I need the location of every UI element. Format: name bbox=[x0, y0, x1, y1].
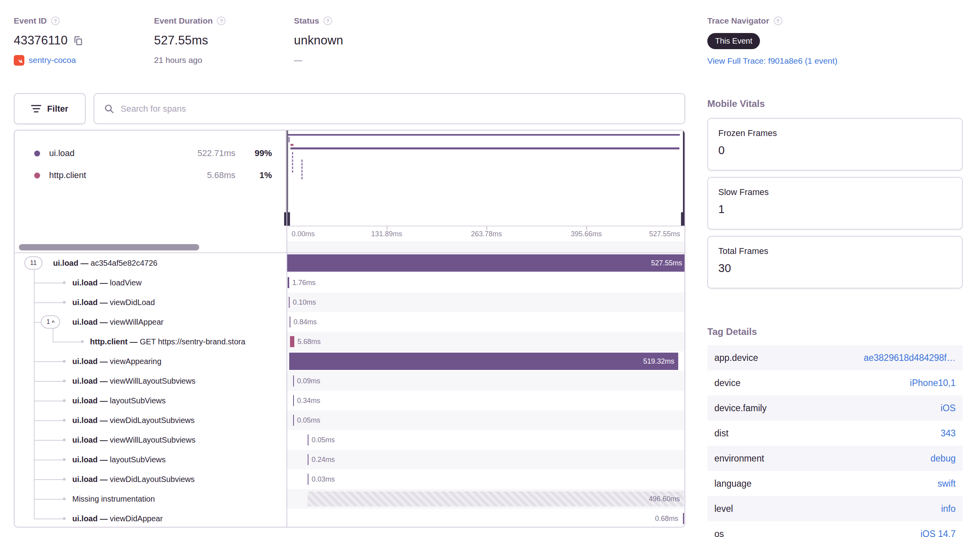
span-tree-row-label[interactable]: ui.load — layoutSubViews bbox=[15, 450, 287, 469]
help-icon[interactable]: ? bbox=[217, 17, 226, 25]
tree-bars-divider[interactable] bbox=[286, 131, 287, 527]
span-duration-bar[interactable] bbox=[288, 277, 289, 288]
span-tree-row-label[interactable]: ui.load — layoutSubViews bbox=[15, 391, 287, 410]
minimap-right-drag-handle[interactable] bbox=[683, 131, 685, 226]
span-tree-row[interactable]: ui.load — loadView1.76ms bbox=[15, 273, 685, 292]
tag-row: environmentdebug bbox=[707, 446, 963, 471]
legend-duration: 5.68ms bbox=[188, 170, 235, 180]
span-tree-row-label[interactable]: ui.load — viewAppearing bbox=[15, 351, 287, 371]
span-count-pill[interactable]: 1^ bbox=[41, 315, 60, 329]
tag-value-link[interactable]: debug bbox=[930, 453, 956, 464]
span-duration-bar[interactable] bbox=[293, 415, 294, 426]
span-duration-bar[interactable]: 496.60ms bbox=[308, 491, 684, 506]
span-bar-cell[interactable]: 0.84ms bbox=[287, 312, 685, 332]
filter-button[interactable]: Filter bbox=[14, 93, 86, 124]
tag-value-link[interactable]: iOS 14.7 bbox=[921, 529, 956, 537]
span-tree-row-label[interactable]: ui.load — loadView bbox=[15, 273, 287, 292]
span-duration-bar[interactable] bbox=[308, 454, 308, 465]
tag-value-link[interactable]: info bbox=[941, 504, 956, 514]
span-tree-row[interactable]: ui.load — layoutSubViews0.24ms bbox=[15, 450, 685, 469]
event-id-value: 43376110 bbox=[14, 33, 68, 48]
tag-key: level bbox=[714, 504, 941, 514]
view-full-trace-link[interactable]: View Full Trace: f901a8e6 (1 event) bbox=[707, 56, 837, 65]
span-description: ui.load — viewWillLayoutSubviews bbox=[15, 430, 287, 450]
span-tree-row[interactable]: ui.load — viewAppearing519.32ms bbox=[15, 351, 685, 371]
span-bar-cell[interactable]: 527.55ms bbox=[287, 253, 685, 273]
span-description: ui.load — viewDidLoad bbox=[15, 292, 287, 312]
trace-minimap[interactable]: 0.00ms 131.89ms 263.78ms 395.66ms 527.55… bbox=[287, 131, 685, 241]
span-tree-row[interactable]: 1^ui.load — viewWillAppear0.84ms bbox=[15, 312, 685, 332]
span-duration-bar[interactable]: 527.55ms bbox=[287, 254, 685, 272]
tree-scrollbar-track[interactable] bbox=[15, 241, 685, 253]
span-tree-row[interactable]: ui.load — viewWillLayoutSubviews0.09ms bbox=[15, 371, 685, 391]
span-tree-row[interactable]: 11ui.load — ac354af5e82c4726527.55ms bbox=[15, 253, 685, 273]
help-icon[interactable]: ? bbox=[323, 17, 332, 25]
span-bar-cell[interactable]: 5.68ms bbox=[287, 332, 685, 351]
span-tree-row[interactable]: Missing instrumentation496.60ms bbox=[15, 489, 685, 509]
span-tree-row[interactable]: ui.load — viewDidLayoutSubviews0.03ms bbox=[15, 469, 685, 489]
span-tree-row[interactable]: ui.load — layoutSubViews0.34ms bbox=[15, 391, 685, 410]
span-tree-row-label[interactable]: ui.load — viewDidLayoutSubviews bbox=[15, 469, 287, 489]
span-duration-bar[interactable] bbox=[308, 474, 308, 485]
span-tree-row[interactable]: ui.load — viewDidLoad0.10ms bbox=[15, 292, 685, 312]
span-tree-row-label[interactable]: ui.load — viewWillLayoutSubviews bbox=[15, 371, 287, 391]
span-bar-cell[interactable]: 519.32ms bbox=[287, 351, 685, 371]
scrollbar-right-shade bbox=[287, 241, 685, 252]
span-duration-bar[interactable] bbox=[290, 336, 294, 347]
span-duration-bar[interactable] bbox=[308, 434, 308, 445]
span-duration-bar[interactable] bbox=[289, 297, 290, 308]
this-event-badge: This Event bbox=[707, 33, 760, 49]
span-tree-row[interactable]: ui.load — viewDidLayoutSubviews0.05ms bbox=[15, 410, 685, 430]
span-count-pill[interactable]: 11 bbox=[24, 256, 42, 270]
span-tree-row-label[interactable]: 11ui.load — ac354af5e82c4726 bbox=[15, 253, 287, 273]
tag-value-link[interactable]: iOS bbox=[941, 403, 956, 414]
tag-key: dist bbox=[714, 428, 941, 439]
span-search-box[interactable] bbox=[94, 93, 685, 124]
span-tree-row-label[interactable]: ui.load — viewWillLayoutSubviews bbox=[15, 430, 287, 450]
project-link[interactable]: sentry-cocoa bbox=[29, 55, 76, 65]
span-tree-row[interactable]: ui.load — viewWillLayoutSubviews0.05ms bbox=[15, 430, 685, 450]
span-tree-row[interactable]: http.client — GET https://sentry-brand.s… bbox=[15, 332, 685, 351]
span-duration-label: 0.09ms bbox=[297, 371, 320, 391]
total-frames-card: Total Frames 30 bbox=[707, 236, 963, 289]
span-bar-cell[interactable]: 0.05ms bbox=[287, 430, 685, 450]
vital-value: 0 bbox=[718, 144, 952, 157]
span-bar-cell[interactable]: 496.60ms bbox=[287, 489, 685, 509]
span-tree-row-label[interactable]: 1^ui.load — viewWillAppear bbox=[15, 312, 287, 332]
span-duration-bar[interactable]: 519.32ms bbox=[289, 353, 678, 370]
help-icon[interactable]: ? bbox=[774, 17, 782, 25]
span-duration-bar[interactable] bbox=[293, 375, 294, 386]
legend-row-http-client[interactable]: http.client 5.68ms 1% bbox=[15, 164, 286, 186]
span-bar-cell[interactable]: 0.09ms bbox=[287, 371, 685, 391]
copy-icon[interactable] bbox=[73, 35, 83, 46]
span-name: layoutSubViews bbox=[110, 455, 166, 464]
event-duration-label: Event Duration bbox=[154, 16, 213, 26]
tag-value-link[interactable]: swift bbox=[938, 478, 956, 489]
span-tree-row-label[interactable]: Missing instrumentation bbox=[15, 489, 287, 509]
span-tree-row[interactable]: ui.load — viewDidAppear0.68ms bbox=[15, 509, 685, 528]
legend-row-ui-load[interactable]: ui.load 522.71ms 99% bbox=[15, 142, 286, 164]
minimap-span-area[interactable] bbox=[287, 131, 685, 226]
span-name: viewAppearing bbox=[110, 357, 161, 366]
span-duration-bar[interactable] bbox=[290, 316, 290, 327]
span-bar-cell[interactable]: 0.68ms bbox=[287, 509, 685, 528]
span-bar-cell[interactable]: 0.34ms bbox=[287, 391, 685, 410]
span-bar-cell[interactable]: 1.76ms bbox=[287, 273, 685, 292]
span-bar-cell[interactable]: 0.05ms bbox=[287, 410, 685, 430]
tag-value-link[interactable]: 343 bbox=[941, 428, 956, 439]
tag-value-link[interactable]: iPhone10,1 bbox=[910, 378, 956, 388]
span-tree-row-label[interactable]: ui.load — viewDidLayoutSubviews bbox=[15, 410, 287, 430]
span-bar-cell[interactable]: 0.24ms bbox=[287, 450, 685, 469]
tag-value-link[interactable]: ae3829618d484298f… bbox=[864, 353, 956, 363]
span-tree-row-label[interactable]: ui.load — viewDidAppear bbox=[15, 509, 287, 528]
span-bar-cell[interactable]: 0.03ms bbox=[287, 469, 685, 489]
tree-scrollbar-thumb[interactable] bbox=[19, 244, 199, 250]
span-bar-cell[interactable]: 0.10ms bbox=[287, 292, 685, 312]
help-icon[interactable]: ? bbox=[51, 17, 60, 25]
span-duration-bar[interactable] bbox=[293, 395, 294, 406]
search-input[interactable] bbox=[121, 104, 675, 114]
span-duration-bar[interactable] bbox=[683, 513, 684, 524]
span-name: Missing instrumentation bbox=[72, 495, 155, 503]
span-tree-row-label[interactable]: ui.load — viewDidLoad bbox=[15, 292, 287, 312]
span-tree-row-label[interactable]: http.client — GET https://sentry-brand.s… bbox=[15, 332, 287, 351]
